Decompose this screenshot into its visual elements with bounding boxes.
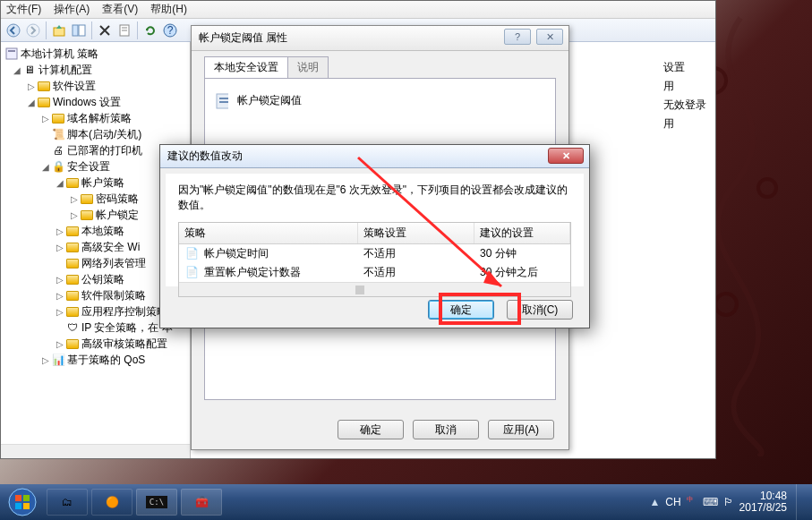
- policy-item-icon: 📄: [184, 265, 199, 279]
- system-tray[interactable]: ▲ CH ㆗ ⌨ 🏳 10:48 2017/8/25: [649, 484, 807, 520]
- changes-list[interactable]: 策略 策略设置 建议的设置 📄帐户锁定时间 不适用 30 分钟 📄重置帐户锁定计…: [178, 222, 571, 297]
- tree-computer-config[interactable]: 计算机配置: [38, 63, 92, 78]
- help-button[interactable]: ?: [161, 21, 179, 39]
- expand-icon[interactable]: ▷: [69, 210, 80, 220]
- tree-horizontal-scrollbar[interactable]: [1, 444, 190, 458]
- folder-icon: [37, 79, 51, 93]
- tree-advanced-audit[interactable]: 高级审核策略配置: [81, 337, 167, 352]
- forward-button[interactable]: [24, 21, 42, 39]
- tree-advanced-wf[interactable]: 高级安全 Wi: [81, 240, 140, 255]
- ok-button[interactable]: 确定: [338, 420, 404, 439]
- tree-network-list[interactable]: 网络列表管理: [81, 256, 146, 271]
- tree-local-policies[interactable]: 本地策略: [81, 224, 124, 239]
- dialog-titlebar[interactable]: 建议的数值改动 ✕: [160, 145, 589, 168]
- expand-icon[interactable]: ▷: [55, 307, 65, 317]
- expand-icon[interactable]: ▷: [55, 339, 65, 349]
- tree-account-policies[interactable]: 帐户策略: [81, 175, 124, 191]
- menu-action[interactable]: 操作(A): [54, 2, 90, 17]
- svg-rect-14: [8, 50, 15, 52]
- taskbar-item-explorer[interactable]: 🗂: [47, 489, 88, 516]
- svg-rect-24: [23, 503, 30, 509]
- show-desktop-button[interactable]: [796, 484, 807, 520]
- col-setting[interactable]: 策略设置: [358, 223, 474, 243]
- tree-policy-qos[interactable]: 基于策略的 QoS: [67, 353, 145, 368]
- svg-rect-17: [219, 101, 228, 103]
- refresh-button[interactable]: [141, 21, 159, 39]
- action-center-icon[interactable]: 🏳: [723, 496, 734, 508]
- tree-software-settings[interactable]: 软件设置: [53, 79, 96, 94]
- start-button[interactable]: [0, 484, 45, 520]
- close-button[interactable]: ✕: [536, 29, 563, 45]
- folder-icon: [51, 111, 65, 125]
- lang-indicator[interactable]: CH: [665, 496, 680, 508]
- folder-icon: [65, 272, 80, 286]
- svg-rect-13: [6, 48, 17, 59]
- expand-icon[interactable]: ▷: [55, 291, 65, 301]
- menu-file[interactable]: 文件(F): [6, 2, 41, 17]
- expand-icon[interactable]: ▷: [55, 226, 65, 236]
- cmd-icon: C:\: [146, 496, 167, 508]
- folder-icon: [80, 208, 94, 222]
- menu-help[interactable]: 帮助(H): [150, 2, 187, 17]
- cell-policy: 帐户锁定时间: [204, 246, 269, 261]
- expand-icon[interactable]: ◢: [40, 162, 51, 172]
- tree-scripts[interactable]: 脚本(启动/关机): [67, 127, 141, 142]
- cancel-button[interactable]: 取消(C): [507, 300, 573, 320]
- svg-point-3: [7, 24, 20, 37]
- folder-icon: [80, 192, 94, 206]
- tree-account-lockout-policy[interactable]: 帐户锁定: [96, 208, 139, 223]
- help-button[interactable]: ?: [504, 29, 531, 45]
- back-button[interactable]: [4, 21, 22, 39]
- properties-button[interactable]: [115, 21, 133, 39]
- properties-titlebar[interactable]: 帐户锁定阈值 属性 ? ✕: [192, 26, 568, 51]
- policy-values-peek: 设置 用 无效登录 用: [663, 60, 706, 132]
- expand-icon[interactable]: ▷: [69, 194, 80, 204]
- col-policy[interactable]: 策略: [179, 223, 358, 243]
- clock[interactable]: 10:48 2017/8/25: [739, 490, 787, 514]
- cell-setting: 不适用: [358, 263, 474, 282]
- list-row[interactable]: 📄重置帐户锁定计数器 不适用 30 分钟之后: [179, 263, 570, 282]
- expand-icon[interactable]: ◢: [12, 65, 22, 75]
- expand-icon[interactable]: ◢: [55, 178, 65, 188]
- tree-app-control[interactable]: 应用程序控制策略: [81, 304, 167, 320]
- svg-rect-5: [54, 28, 64, 36]
- expand-icon[interactable]: ◢: [26, 98, 37, 107]
- expand-icon[interactable]: ▷: [40, 114, 51, 124]
- keyboard-icon[interactable]: ⌨: [703, 496, 718, 508]
- apply-button[interactable]: 应用(A): [488, 420, 554, 439]
- cell-policy: 重置帐户锁定计数器: [204, 265, 301, 280]
- cancel-button[interactable]: 取消: [413, 420, 479, 439]
- tab-local-security-setting[interactable]: 本地安全设置: [204, 56, 288, 78]
- ok-button[interactable]: 确定: [428, 300, 494, 320]
- tray-expand-icon[interactable]: ▲: [649, 496, 660, 508]
- expand-icon[interactable]: ▷: [55, 243, 65, 252]
- tree-password-policy[interactable]: 密码策略: [96, 192, 139, 207]
- tree-security-settings[interactable]: 安全设置: [67, 159, 110, 175]
- explorer-icon: 🗂: [62, 496, 73, 508]
- tree-name-resolution[interactable]: 域名解析策略: [67, 111, 132, 126]
- tree-windows-settings[interactable]: Windows 设置: [53, 95, 121, 110]
- tree-deployed-printers[interactable]: 已部署的打印机: [67, 143, 142, 158]
- col-suggested[interactable]: 建议的设置: [474, 223, 570, 243]
- cell-suggested: 30 分钟之后: [474, 263, 570, 282]
- peek-label: 设置: [663, 60, 706, 75]
- expand-icon[interactable]: ▷: [40, 355, 51, 365]
- tree-software-restriction[interactable]: 软件限制策略: [81, 288, 146, 303]
- up-button[interactable]: [50, 21, 68, 39]
- close-button[interactable]: ✕: [548, 148, 584, 164]
- expand-icon[interactable]: ▷: [26, 81, 37, 91]
- show-hide-tree-button[interactable]: [70, 21, 88, 39]
- ime-indicator[interactable]: ㆗: [687, 495, 697, 510]
- delete-button[interactable]: [96, 21, 114, 39]
- tree-root[interactable]: 本地计算机 策略: [21, 47, 98, 62]
- menu-view[interactable]: 查看(V): [102, 2, 138, 17]
- taskbar-item-mediaplayer[interactable]: 🟠: [91, 489, 132, 516]
- taskbar-item-toolbox[interactable]: 🧰: [181, 489, 222, 516]
- taskbar-item-cmd[interactable]: C:\: [136, 489, 177, 516]
- tab-explain[interactable]: 说明: [287, 56, 329, 78]
- taskbar[interactable]: 🗂 🟠 C:\ 🧰 ▲ CH ㆗ ⌨ 🏳 10:48 2017/8/25: [0, 484, 812, 520]
- list-row[interactable]: 📄帐户锁定时间 不适用 30 分钟: [179, 244, 570, 263]
- expand-icon[interactable]: ▷: [55, 275, 65, 285]
- tree-public-key[interactable]: 公钥策略: [81, 272, 124, 287]
- svg-text:?: ?: [167, 24, 174, 37]
